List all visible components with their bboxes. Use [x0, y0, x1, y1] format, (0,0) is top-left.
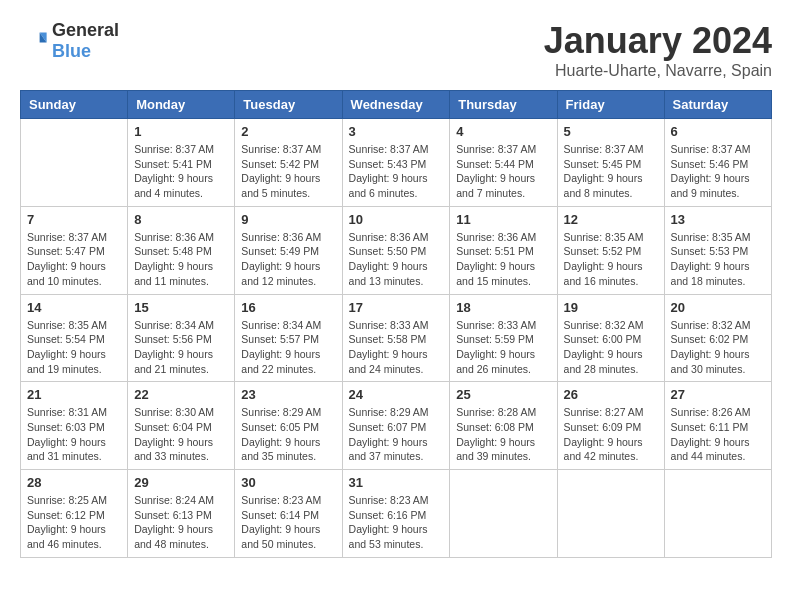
- day-info: Sunrise: 8:33 AM Sunset: 5:59 PM Dayligh…: [456, 318, 550, 377]
- page-header: General Blue January 2024 Huarte-Uharte,…: [20, 20, 772, 80]
- day-number: 19: [564, 300, 658, 315]
- page-subtitle: Huarte-Uharte, Navarre, Spain: [544, 62, 772, 80]
- calendar-day-cell: 23Sunrise: 8:29 AM Sunset: 6:05 PM Dayli…: [235, 382, 342, 470]
- day-info: Sunrise: 8:24 AM Sunset: 6:13 PM Dayligh…: [134, 493, 228, 552]
- day-info: Sunrise: 8:36 AM Sunset: 5:48 PM Dayligh…: [134, 230, 228, 289]
- calendar-day-cell: 16Sunrise: 8:34 AM Sunset: 5:57 PM Dayli…: [235, 294, 342, 382]
- calendar-day-cell: 14Sunrise: 8:35 AM Sunset: 5:54 PM Dayli…: [21, 294, 128, 382]
- day-info: Sunrise: 8:29 AM Sunset: 6:05 PM Dayligh…: [241, 405, 335, 464]
- day-number: 10: [349, 212, 444, 227]
- day-number: 25: [456, 387, 550, 402]
- calendar-day-cell: 31Sunrise: 8:23 AM Sunset: 6:16 PM Dayli…: [342, 470, 450, 558]
- day-number: 11: [456, 212, 550, 227]
- day-info: Sunrise: 8:28 AM Sunset: 6:08 PM Dayligh…: [456, 405, 550, 464]
- calendar-day-cell: 24Sunrise: 8:29 AM Sunset: 6:07 PM Dayli…: [342, 382, 450, 470]
- calendar-day-cell: 19Sunrise: 8:32 AM Sunset: 6:00 PM Dayli…: [557, 294, 664, 382]
- calendar-day-cell: 13Sunrise: 8:35 AM Sunset: 5:53 PM Dayli…: [664, 206, 771, 294]
- calendar-header-cell: Saturday: [664, 91, 771, 119]
- calendar-day-cell: 20Sunrise: 8:32 AM Sunset: 6:02 PM Dayli…: [664, 294, 771, 382]
- day-number: 8: [134, 212, 228, 227]
- calendar-day-cell: 6Sunrise: 8:37 AM Sunset: 5:46 PM Daylig…: [664, 119, 771, 207]
- logo-general: General: [52, 20, 119, 40]
- calendar-day-cell: 2Sunrise: 8:37 AM Sunset: 5:42 PM Daylig…: [235, 119, 342, 207]
- calendar-header-cell: Tuesday: [235, 91, 342, 119]
- calendar-body: 1Sunrise: 8:37 AM Sunset: 5:41 PM Daylig…: [21, 119, 772, 558]
- calendar-day-cell: 5Sunrise: 8:37 AM Sunset: 5:45 PM Daylig…: [557, 119, 664, 207]
- calendar-day-cell: 3Sunrise: 8:37 AM Sunset: 5:43 PM Daylig…: [342, 119, 450, 207]
- calendar-day-cell: 26Sunrise: 8:27 AM Sunset: 6:09 PM Dayli…: [557, 382, 664, 470]
- day-info: Sunrise: 8:36 AM Sunset: 5:50 PM Dayligh…: [349, 230, 444, 289]
- day-info: Sunrise: 8:34 AM Sunset: 5:57 PM Dayligh…: [241, 318, 335, 377]
- day-info: Sunrise: 8:36 AM Sunset: 5:49 PM Dayligh…: [241, 230, 335, 289]
- calendar-day-cell: 1Sunrise: 8:37 AM Sunset: 5:41 PM Daylig…: [128, 119, 235, 207]
- day-info: Sunrise: 8:32 AM Sunset: 6:02 PM Dayligh…: [671, 318, 765, 377]
- calendar-week-row: 28Sunrise: 8:25 AM Sunset: 6:12 PM Dayli…: [21, 470, 772, 558]
- day-number: 1: [134, 124, 228, 139]
- day-number: 18: [456, 300, 550, 315]
- day-info: Sunrise: 8:32 AM Sunset: 6:00 PM Dayligh…: [564, 318, 658, 377]
- day-number: 6: [671, 124, 765, 139]
- calendar-day-cell: [450, 470, 557, 558]
- calendar-header-cell: Wednesday: [342, 91, 450, 119]
- day-number: 20: [671, 300, 765, 315]
- logo: General Blue: [20, 20, 119, 62]
- day-number: 21: [27, 387, 121, 402]
- day-number: 30: [241, 475, 335, 490]
- calendar-week-row: 21Sunrise: 8:31 AM Sunset: 6:03 PM Dayli…: [21, 382, 772, 470]
- calendar-day-cell: [21, 119, 128, 207]
- day-number: 5: [564, 124, 658, 139]
- day-info: Sunrise: 8:34 AM Sunset: 5:56 PM Dayligh…: [134, 318, 228, 377]
- calendar-table: SundayMondayTuesdayWednesdayThursdayFrid…: [20, 90, 772, 558]
- day-info: Sunrise: 8:37 AM Sunset: 5:43 PM Dayligh…: [349, 142, 444, 201]
- day-info: Sunrise: 8:23 AM Sunset: 6:14 PM Dayligh…: [241, 493, 335, 552]
- day-number: 7: [27, 212, 121, 227]
- day-number: 22: [134, 387, 228, 402]
- calendar-day-cell: 30Sunrise: 8:23 AM Sunset: 6:14 PM Dayli…: [235, 470, 342, 558]
- day-number: 28: [27, 475, 121, 490]
- day-info: Sunrise: 8:37 AM Sunset: 5:46 PM Dayligh…: [671, 142, 765, 201]
- title-area: January 2024 Huarte-Uharte, Navarre, Spa…: [544, 20, 772, 80]
- day-number: 23: [241, 387, 335, 402]
- day-number: 12: [564, 212, 658, 227]
- calendar-day-cell: [664, 470, 771, 558]
- calendar-header-cell: Thursday: [450, 91, 557, 119]
- calendar-header-cell: Sunday: [21, 91, 128, 119]
- calendar-day-cell: 21Sunrise: 8:31 AM Sunset: 6:03 PM Dayli…: [21, 382, 128, 470]
- calendar-day-cell: 28Sunrise: 8:25 AM Sunset: 6:12 PM Dayli…: [21, 470, 128, 558]
- day-number: 17: [349, 300, 444, 315]
- calendar-day-cell: 4Sunrise: 8:37 AM Sunset: 5:44 PM Daylig…: [450, 119, 557, 207]
- day-number: 26: [564, 387, 658, 402]
- day-info: Sunrise: 8:26 AM Sunset: 6:11 PM Dayligh…: [671, 405, 765, 464]
- day-info: Sunrise: 8:37 AM Sunset: 5:42 PM Dayligh…: [241, 142, 335, 201]
- day-info: Sunrise: 8:35 AM Sunset: 5:53 PM Dayligh…: [671, 230, 765, 289]
- day-number: 14: [27, 300, 121, 315]
- calendar-day-cell: 9Sunrise: 8:36 AM Sunset: 5:49 PM Daylig…: [235, 206, 342, 294]
- day-number: 16: [241, 300, 335, 315]
- day-number: 27: [671, 387, 765, 402]
- day-info: Sunrise: 8:23 AM Sunset: 6:16 PM Dayligh…: [349, 493, 444, 552]
- calendar-week-row: 1Sunrise: 8:37 AM Sunset: 5:41 PM Daylig…: [21, 119, 772, 207]
- day-number: 29: [134, 475, 228, 490]
- page-title: January 2024: [544, 20, 772, 62]
- calendar-day-cell: 22Sunrise: 8:30 AM Sunset: 6:04 PM Dayli…: [128, 382, 235, 470]
- day-info: Sunrise: 8:25 AM Sunset: 6:12 PM Dayligh…: [27, 493, 121, 552]
- logo-blue: Blue: [52, 41, 91, 61]
- day-info: Sunrise: 8:30 AM Sunset: 6:04 PM Dayligh…: [134, 405, 228, 464]
- calendar-day-cell: 15Sunrise: 8:34 AM Sunset: 5:56 PM Dayli…: [128, 294, 235, 382]
- day-info: Sunrise: 8:33 AM Sunset: 5:58 PM Dayligh…: [349, 318, 444, 377]
- calendar-header-cell: Monday: [128, 91, 235, 119]
- calendar-week-row: 14Sunrise: 8:35 AM Sunset: 5:54 PM Dayli…: [21, 294, 772, 382]
- day-info: Sunrise: 8:35 AM Sunset: 5:52 PM Dayligh…: [564, 230, 658, 289]
- day-number: 13: [671, 212, 765, 227]
- day-number: 4: [456, 124, 550, 139]
- day-info: Sunrise: 8:35 AM Sunset: 5:54 PM Dayligh…: [27, 318, 121, 377]
- day-info: Sunrise: 8:37 AM Sunset: 5:47 PM Dayligh…: [27, 230, 121, 289]
- day-number: 2: [241, 124, 335, 139]
- logo-text: General Blue: [52, 20, 119, 62]
- calendar-day-cell: [557, 470, 664, 558]
- calendar-day-cell: 12Sunrise: 8:35 AM Sunset: 5:52 PM Dayli…: [557, 206, 664, 294]
- calendar-day-cell: 10Sunrise: 8:36 AM Sunset: 5:50 PM Dayli…: [342, 206, 450, 294]
- day-info: Sunrise: 8:37 AM Sunset: 5:45 PM Dayligh…: [564, 142, 658, 201]
- calendar-day-cell: 25Sunrise: 8:28 AM Sunset: 6:08 PM Dayli…: [450, 382, 557, 470]
- day-info: Sunrise: 8:36 AM Sunset: 5:51 PM Dayligh…: [456, 230, 550, 289]
